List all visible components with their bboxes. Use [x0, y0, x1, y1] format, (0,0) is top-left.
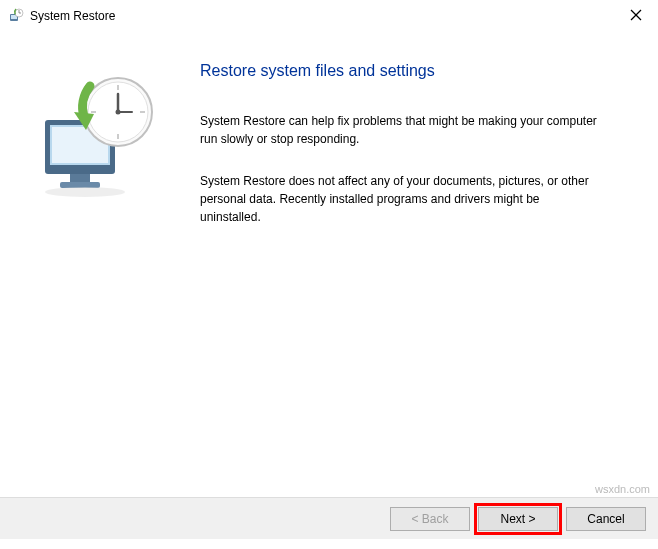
svg-point-11 [45, 187, 125, 197]
cancel-button[interactable]: Cancel [566, 507, 646, 531]
next-button[interactable]: Next > [478, 507, 558, 531]
page-heading: Restore system files and settings [200, 62, 598, 80]
restore-graphic [30, 62, 170, 202]
svg-rect-9 [70, 174, 90, 182]
paragraph-2: System Restore does not affect any of yo… [200, 172, 598, 226]
close-button[interactable] [613, 0, 658, 30]
left-panel [0, 32, 200, 497]
footer: < Back Next > Cancel [0, 497, 658, 539]
system-restore-icon [8, 8, 24, 24]
titlebar: System Restore [0, 0, 658, 32]
right-panel: Restore system files and settings System… [200, 32, 658, 497]
svg-point-20 [116, 110, 121, 115]
window-title: System Restore [30, 9, 115, 23]
watermark: wsxdn.com [595, 483, 650, 495]
back-button[interactable]: < Back [390, 507, 470, 531]
paragraph-1: System Restore can help fix problems tha… [200, 112, 598, 148]
content-area: Restore system files and settings System… [0, 32, 658, 497]
